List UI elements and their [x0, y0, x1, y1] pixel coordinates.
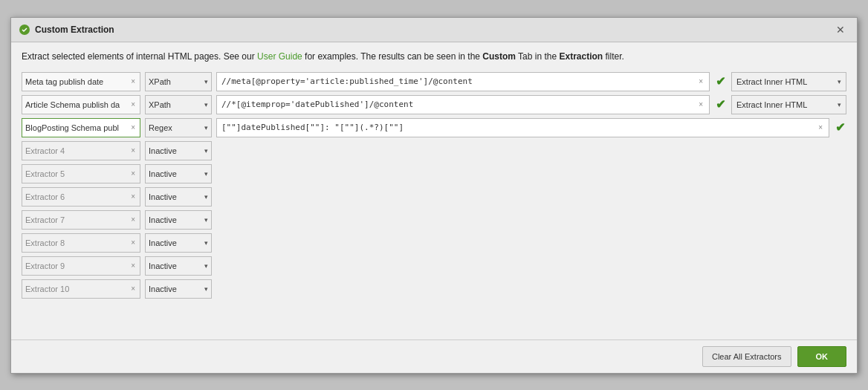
close-button[interactable]: ✕ [832, 22, 849, 37]
dialog-title: Custom Extraction [35, 25, 114, 35]
extractor-value-text-2: //*[@itemprop='datePublished']/@content [221, 100, 697, 109]
extractor-value-field-2[interactable]: //*[@itemprop='datePublished']/@content× [216, 95, 710, 114]
extractor-type-dropdown-4[interactable]: Inactive▾ [145, 141, 212, 160]
extractor-type-dropdown-2[interactable]: XPath▾ [145, 95, 212, 114]
extractor-type-text-8: Inactive [149, 238, 177, 247]
extractor-name-clear-8[interactable]: × [129, 238, 137, 247]
extractor-type-arrow-7: ▾ [204, 216, 208, 224]
extractor-row-10: Extractor 10×Inactive▾ [22, 279, 846, 299]
extractor-value-clear-3[interactable]: × [817, 123, 824, 131]
custom-tab-label: Custom [482, 51, 516, 62]
extractor-name-text-7: Extractor 7 [25, 215, 129, 224]
title-bar: Custom Extraction ✕ [11, 18, 857, 42]
extractor-value-clear-1[interactable]: × [697, 77, 705, 85]
extractor-name-field-6[interactable]: Extractor 6× [22, 187, 140, 207]
extractor-row-6: Extractor 6×Inactive▾ [22, 187, 846, 207]
extractor-value-field-3[interactable]: [""]datePublished[""]: "[""](.*?)[""]× [216, 118, 829, 137]
extractor-row-2: Article Schema publish da×XPath▾//*[@ite… [22, 95, 846, 114]
extractor-value-clear-2[interactable]: × [697, 100, 705, 108]
extract-inner-arrow-2: ▾ [838, 101, 841, 108]
extractor-name-text-9: Extractor 9 [25, 261, 129, 270]
extractor-value-text-3: [""]datePublished[""]: "[""](.*?)[""] [221, 123, 817, 132]
description-tab-prefix: Tab in the [516, 51, 560, 62]
extractor-name-text-2: Article Schema publish da [25, 100, 129, 109]
extractor-name-field-4[interactable]: Extractor 4× [22, 141, 140, 160]
extractor-name-text-10: Extractor 10 [25, 285, 129, 293]
extractor-value-field-1[interactable]: //meta[@property='article:published_time… [216, 72, 710, 91]
extractor-check-icon-3: ✔ [835, 120, 845, 134]
extractor-name-text-6: Extractor 6 [25, 192, 129, 201]
extract-inner-arrow-1: ▾ [838, 78, 841, 85]
extractor-type-text-10: Inactive [149, 285, 177, 293]
extract-inner-text-1: Extract Inner HTML [736, 77, 807, 86]
extractor-row-4: Extractor 4×Inactive▾ [22, 141, 846, 160]
extractor-name-field-8[interactable]: Extractor 8× [22, 233, 140, 253]
extractor-name-text-3: BlogPosting Schema publ [25, 123, 129, 132]
extractor-type-dropdown-8[interactable]: Inactive▾ [145, 233, 212, 253]
extractor-name-clear-6[interactable]: × [129, 192, 137, 201]
extractor-name-clear-9[interactable]: × [129, 261, 137, 270]
user-guide-link[interactable]: User Guide [257, 51, 302, 62]
extractor-row-1: Meta tag publish date×XPath▾//meta[@prop… [22, 72, 846, 91]
extractor-name-clear-1[interactable]: × [129, 77, 137, 85]
extractor-type-arrow-1: ▾ [204, 78, 208, 85]
clear-all-button[interactable]: Clear All Extractors [702, 346, 791, 367]
extractor-check-icon-1: ✔ [716, 74, 725, 88]
extractor-name-clear-2[interactable]: × [129, 100, 137, 108]
title-bar-left: Custom Extraction [19, 24, 114, 36]
extractor-type-dropdown-7[interactable]: Inactive▾ [145, 210, 212, 230]
extractor-type-dropdown-10[interactable]: Inactive▾ [145, 279, 212, 299]
extractor-type-text-7: Inactive [149, 215, 177, 224]
extractor-type-arrow-8: ▾ [204, 239, 208, 247]
extractors-list: Meta tag publish date×XPath▾//meta[@prop… [11, 69, 857, 339]
extractor-type-arrow-4: ▾ [204, 147, 208, 155]
extractor-type-text-4: Inactive [149, 146, 177, 155]
extractor-name-text-1: Meta tag publish date [25, 77, 129, 86]
extractor-type-dropdown-5[interactable]: Inactive▾ [145, 164, 212, 183]
extractor-type-arrow-5: ▾ [204, 170, 208, 178]
description-middle: for examples. The results can be seen in… [302, 51, 483, 62]
extractor-name-clear-4[interactable]: × [129, 146, 137, 155]
extractor-name-field-1[interactable]: Meta tag publish date× [22, 72, 140, 91]
extractor-name-field-2[interactable]: Article Schema publish da× [22, 95, 140, 114]
extractor-name-clear-3[interactable]: × [129, 123, 137, 131]
extractor-type-text-9: Inactive [149, 261, 177, 270]
description: Extract selected elements of internal HT… [11, 42, 857, 69]
extractor-name-field-3[interactable]: BlogPosting Schema publ× [22, 118, 140, 137]
dialog-icon [19, 24, 30, 36]
extractor-name-field-5[interactable]: Extractor 5× [22, 164, 140, 183]
extractor-value-text-1: //meta[@property='article:published_time… [221, 77, 697, 86]
extract-inner-text-2: Extract Inner HTML [736, 100, 807, 109]
dialog-footer: Clear All Extractors OK [11, 339, 857, 373]
extractor-type-text-5: Inactive [149, 169, 177, 178]
extractor-type-dropdown-9[interactable]: Inactive▾ [145, 256, 212, 276]
extractor-type-arrow-6: ▾ [204, 193, 208, 201]
extractor-row-8: Extractor 8×Inactive▾ [22, 233, 846, 253]
extractor-check-icon-2: ✔ [716, 97, 725, 111]
extractor-row-9: Extractor 9×Inactive▾ [22, 256, 846, 276]
ok-button[interactable]: OK [797, 346, 847, 367]
extract-inner-dropdown-2[interactable]: Extract Inner HTML▾ [731, 95, 846, 114]
extractor-name-field-9[interactable]: Extractor 9× [22, 256, 140, 276]
custom-extraction-dialog: Custom Extraction ✕ Extract selected ele… [10, 17, 858, 374]
extractor-name-field-10[interactable]: Extractor 10× [22, 279, 140, 299]
extractor-name-text-8: Extractor 8 [25, 238, 129, 247]
extractor-type-arrow-3: ▾ [204, 124, 208, 131]
extract-inner-dropdown-1[interactable]: Extract Inner HTML▾ [731, 72, 846, 91]
extractor-type-arrow-9: ▾ [204, 262, 208, 270]
extractor-type-dropdown-1[interactable]: XPath▾ [145, 72, 212, 91]
extractor-name-text-5: Extractor 5 [25, 169, 129, 178]
extractor-type-dropdown-6[interactable]: Inactive▾ [145, 187, 212, 207]
extraction-filter-label: Extraction [560, 51, 603, 62]
extractor-name-clear-10[interactable]: × [129, 285, 137, 293]
extractor-name-clear-5[interactable]: × [129, 169, 137, 178]
extractor-type-text-6: Inactive [149, 192, 177, 201]
extractor-row-5: Extractor 5×Inactive▾ [22, 164, 846, 183]
extractor-type-arrow-10: ▾ [204, 285, 208, 293]
description-suffix: filter. [603, 51, 624, 62]
extractor-name-clear-7[interactable]: × [129, 215, 137, 224]
extractor-name-text-4: Extractor 4 [25, 146, 129, 155]
extractor-type-arrow-2: ▾ [204, 101, 208, 108]
extractor-name-field-7[interactable]: Extractor 7× [22, 210, 140, 230]
extractor-type-dropdown-3[interactable]: Regex▾ [145, 118, 212, 137]
